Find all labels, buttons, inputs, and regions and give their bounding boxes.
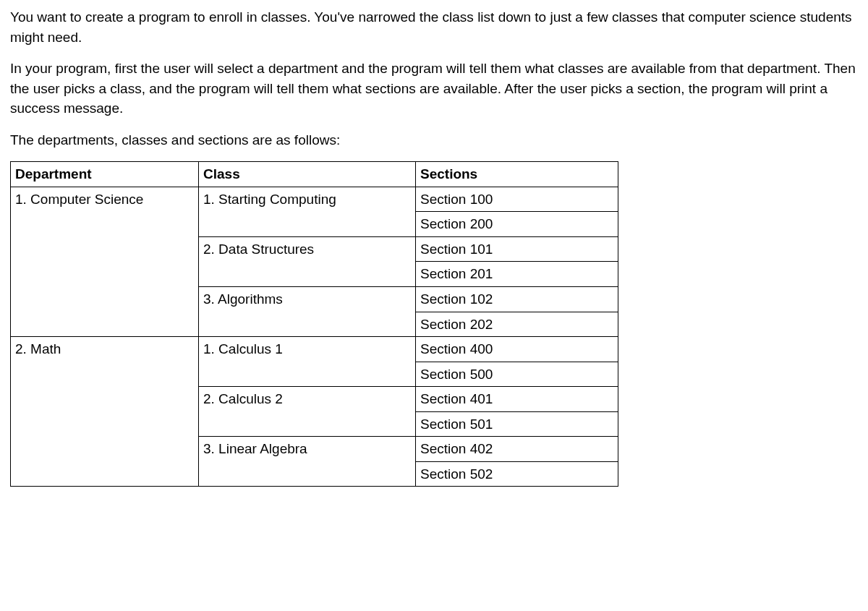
cell-class: 1. Calculus 1 [199,337,416,387]
intro-paragraph-2: In your program, first the user will sel… [10,59,858,119]
cell-class: 2. Data Structures [199,236,416,286]
cell-section: Section 500 [416,362,618,387]
cell-department: 1. Computer Science [11,187,199,336]
table-row: 2. Math 1. Calculus 1 Section 400 [11,337,618,362]
header-department: Department [11,162,199,187]
cell-class: 3. Algorithms [199,287,416,337]
intro-paragraph-1: You want to create a program to enroll i… [10,7,858,47]
class-table: Department Class Sections 1. Computer Sc… [10,161,618,487]
cell-department: 2. Math [11,337,199,487]
header-class: Class [199,162,416,187]
cell-class: 1. Starting Computing [199,187,416,236]
cell-section: Section 400 [416,337,618,362]
cell-class: 3. Linear Algebra [199,437,416,487]
cell-section: Section 401 [416,387,618,412]
cell-section: Section 402 [416,437,618,462]
intro-paragraph-3: The departments, classes and sections ar… [10,130,858,150]
cell-section: Section 201 [416,262,618,287]
cell-section: Section 102 [416,287,618,312]
table-row: 1. Computer Science 1. Starting Computin… [11,187,618,212]
cell-section: Section 200 [416,212,618,237]
header-sections: Sections [416,162,618,187]
cell-class: 2. Calculus 2 [199,387,416,437]
cell-section: Section 101 [416,236,618,262]
cell-section: Section 502 [416,461,618,487]
cell-section: Section 501 [416,411,618,437]
cell-section: Section 100 [416,187,618,212]
cell-section: Section 202 [416,312,618,337]
table-header-row: Department Class Sections [11,162,618,187]
